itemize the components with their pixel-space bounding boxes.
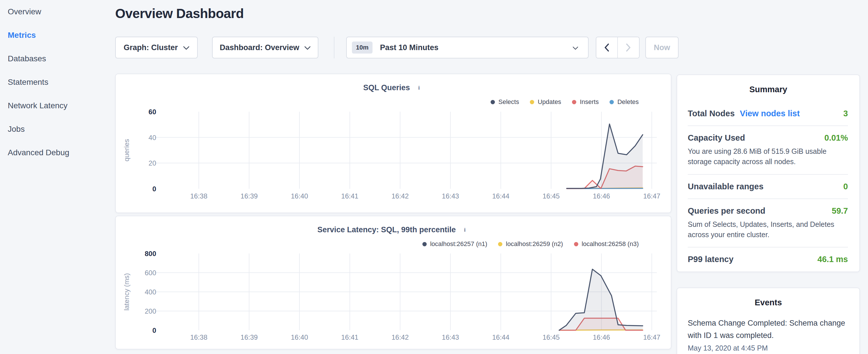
svg-text:0: 0 <box>152 185 156 193</box>
svg-text:16:44: 16:44 <box>492 192 509 200</box>
time-range-dropdown[interactable]: 10m Past 10 Minutes <box>346 37 589 58</box>
svg-text:60: 60 <box>149 108 156 116</box>
svg-text:16:38: 16:38 <box>190 333 208 341</box>
svg-text:16:39: 16:39 <box>241 192 258 200</box>
service-latency-chart: 16:3816:3916:4016:4116:4216:4316:4416:45… <box>116 216 671 349</box>
sql-queries-chart: 16:3816:3916:4016:4116:4216:4316:4416:45… <box>116 74 671 213</box>
svg-text:20: 20 <box>149 159 156 167</box>
sidebar-item-databases[interactable]: Databases <box>0 47 115 70</box>
page-title: Overview Dashboard <box>115 6 244 21</box>
chevron-left-icon <box>604 43 609 52</box>
sidebar-item-overview[interactable]: Overview <box>0 0 115 24</box>
sql-queries-chart-card: SQL Queries i SelectsUpdatesInsertsDelet… <box>115 74 672 213</box>
svg-text:16:45: 16:45 <box>542 333 560 341</box>
summary-row-value: 0.01% <box>825 133 848 142</box>
svg-text:0: 0 <box>152 326 156 334</box>
time-pager <box>596 37 640 58</box>
toolbar-divider <box>334 37 334 58</box>
svg-text:16:42: 16:42 <box>392 333 409 341</box>
svg-text:16:46: 16:46 <box>593 333 610 341</box>
time-prev-button[interactable] <box>596 37 618 58</box>
svg-text:200: 200 <box>145 307 156 315</box>
event-item: Schema Change Completed: Schema change w… <box>688 317 849 352</box>
graph-dropdown-label: Graph: Cluster <box>124 43 178 52</box>
svg-text:600: 600 <box>145 269 156 277</box>
summary-row-label: Queries per second <box>688 206 766 216</box>
graph-dropdown[interactable]: Graph: Cluster <box>115 37 198 58</box>
summary-row: Total NodesView nodes list3 <box>688 102 848 126</box>
svg-text:16:40: 16:40 <box>291 192 308 200</box>
svg-text:16:42: 16:42 <box>392 192 409 200</box>
summary-row: P99 latency46.1 ms <box>688 248 848 271</box>
sidebar-item-network-latency[interactable]: Network Latency <box>0 94 115 118</box>
svg-text:16:44: 16:44 <box>492 333 509 341</box>
time-range-label: Past 10 Minutes <box>380 43 572 52</box>
view-nodes-list-link[interactable]: View nodes list <box>740 109 800 118</box>
summary-row: Unavailable ranges0 <box>688 175 848 199</box>
time-range-badge: 10m <box>352 41 373 54</box>
sidebar-item-advanced-debug[interactable]: Advanced Debug <box>0 141 115 164</box>
events-heading: Events <box>677 298 859 307</box>
svg-text:16:38: 16:38 <box>190 192 208 200</box>
summary-row-description: Sum of Selects, Updates, Inserts, and De… <box>688 219 848 240</box>
svg-text:queries: queries <box>123 139 130 162</box>
summary-row-label: Unavailable ranges <box>688 182 764 191</box>
svg-text:16:41: 16:41 <box>341 192 359 200</box>
summary-row-description: You are using 28.6 MiB of 515.9 GiB usab… <box>688 146 848 167</box>
svg-text:800: 800 <box>145 250 156 257</box>
now-button[interactable]: Now <box>645 37 679 58</box>
chevron-down-icon <box>304 46 311 50</box>
svg-text:16:43: 16:43 <box>442 192 459 200</box>
chevron-down-icon <box>572 46 578 50</box>
summary-panel: Summary Total NodesView nodes list3Capac… <box>677 74 860 272</box>
svg-text:16:41: 16:41 <box>341 333 359 341</box>
chevron-right-icon <box>626 43 631 52</box>
svg-text:40: 40 <box>149 134 156 141</box>
svg-text:latency (ms): latency (ms) <box>123 273 130 311</box>
event-message: Schema Change Completed: Schema change w… <box>688 317 849 342</box>
chevron-down-icon <box>183 46 189 50</box>
event-timestamp: May 13, 2020 at 4:45 PM <box>688 344 849 352</box>
svg-text:16:39: 16:39 <box>241 333 258 341</box>
summary-row-value: 46.1 ms <box>817 255 848 264</box>
svg-text:400: 400 <box>145 288 156 296</box>
summary-row-label: P99 latency <box>688 255 734 264</box>
svg-text:16:43: 16:43 <box>442 333 459 341</box>
sidebar: OverviewMetricsDatabasesStatementsNetwor… <box>0 0 115 164</box>
sidebar-item-statements[interactable]: Statements <box>0 70 115 94</box>
sidebar-item-jobs[interactable]: Jobs <box>0 118 115 141</box>
summary-row-label: Total Nodes <box>688 109 735 118</box>
svg-text:16:47: 16:47 <box>643 333 660 341</box>
svg-text:16:40: 16:40 <box>291 333 308 341</box>
summary-row-value: 0 <box>843 182 848 191</box>
svg-text:16:45: 16:45 <box>542 192 560 200</box>
events-panel: Events Schema Change Completed: Schema c… <box>677 288 860 354</box>
summary-row-value: 3 <box>843 109 848 118</box>
summary-row-label: Capacity Used <box>688 133 745 142</box>
service-latency-chart-card: Service Latency: SQL, 99th percentile i … <box>115 216 672 349</box>
sidebar-item-metrics[interactable]: Metrics <box>0 24 115 47</box>
svg-text:16:47: 16:47 <box>643 192 660 200</box>
summary-row: Capacity Used0.01%You are using 28.6 MiB… <box>688 126 848 175</box>
summary-heading: Summary <box>677 85 859 94</box>
dashboard-dropdown-label: Dashboard: Overview <box>220 43 300 52</box>
summary-row-value: 59.7 <box>832 206 848 216</box>
summary-row: Queries per second59.7Sum of Selects, Up… <box>688 199 848 248</box>
time-next-button[interactable] <box>618 37 639 58</box>
dashboard-dropdown[interactable]: Dashboard: Overview <box>212 37 318 58</box>
svg-text:16:46: 16:46 <box>593 192 610 200</box>
